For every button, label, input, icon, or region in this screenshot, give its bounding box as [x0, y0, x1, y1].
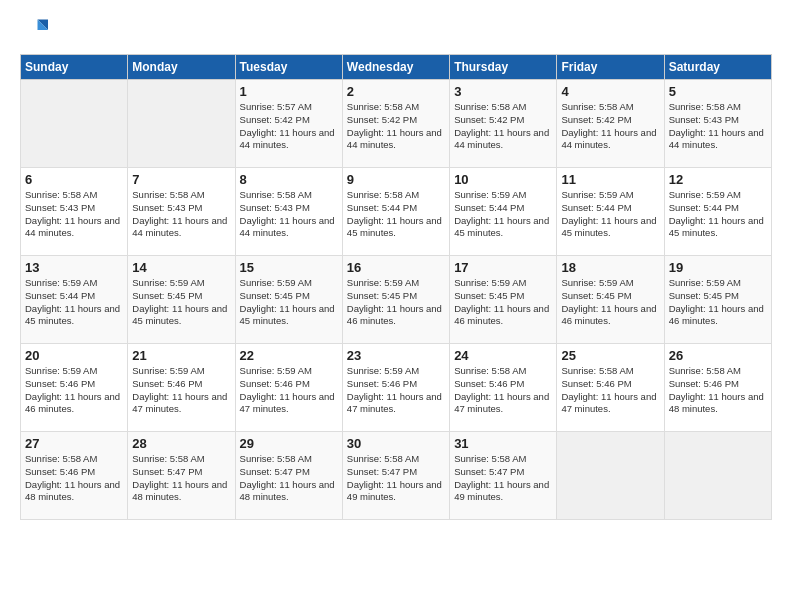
day-info: Sunrise: 5:59 AM Sunset: 5:45 PM Dayligh…	[561, 277, 659, 328]
calendar: SundayMondayTuesdayWednesdayThursdayFrid…	[20, 54, 772, 520]
day-info: Sunrise: 5:58 AM Sunset: 5:44 PM Dayligh…	[347, 189, 445, 240]
day-number: 10	[454, 172, 552, 187]
day-cell: 14Sunrise: 5:59 AM Sunset: 5:45 PM Dayli…	[128, 256, 235, 344]
page: SundayMondayTuesdayWednesdayThursdayFrid…	[0, 0, 792, 612]
day-info: Sunrise: 5:58 AM Sunset: 5:43 PM Dayligh…	[669, 101, 767, 152]
day-cell: 7Sunrise: 5:58 AM Sunset: 5:43 PM Daylig…	[128, 168, 235, 256]
day-number: 20	[25, 348, 123, 363]
day-number: 16	[347, 260, 445, 275]
day-cell: 26Sunrise: 5:58 AM Sunset: 5:46 PM Dayli…	[664, 344, 771, 432]
header-row: SundayMondayTuesdayWednesdayThursdayFrid…	[21, 55, 772, 80]
day-info: Sunrise: 5:58 AM Sunset: 5:43 PM Dayligh…	[240, 189, 338, 240]
day-info: Sunrise: 5:59 AM Sunset: 5:44 PM Dayligh…	[454, 189, 552, 240]
week-row-1: 1Sunrise: 5:57 AM Sunset: 5:42 PM Daylig…	[21, 80, 772, 168]
day-info: Sunrise: 5:58 AM Sunset: 5:47 PM Dayligh…	[132, 453, 230, 504]
day-info: Sunrise: 5:59 AM Sunset: 5:46 PM Dayligh…	[240, 365, 338, 416]
day-cell: 8Sunrise: 5:58 AM Sunset: 5:43 PM Daylig…	[235, 168, 342, 256]
day-cell: 30Sunrise: 5:58 AM Sunset: 5:47 PM Dayli…	[342, 432, 449, 520]
day-cell: 17Sunrise: 5:59 AM Sunset: 5:45 PM Dayli…	[450, 256, 557, 344]
day-number: 7	[132, 172, 230, 187]
day-cell: 5Sunrise: 5:58 AM Sunset: 5:43 PM Daylig…	[664, 80, 771, 168]
day-cell: 11Sunrise: 5:59 AM Sunset: 5:44 PM Dayli…	[557, 168, 664, 256]
day-number: 17	[454, 260, 552, 275]
day-cell: 18Sunrise: 5:59 AM Sunset: 5:45 PM Dayli…	[557, 256, 664, 344]
column-header-tuesday: Tuesday	[235, 55, 342, 80]
day-info: Sunrise: 5:58 AM Sunset: 5:42 PM Dayligh…	[454, 101, 552, 152]
day-info: Sunrise: 5:59 AM Sunset: 5:45 PM Dayligh…	[347, 277, 445, 328]
day-cell	[128, 80, 235, 168]
day-number: 11	[561, 172, 659, 187]
logo	[20, 16, 52, 44]
column-header-saturday: Saturday	[664, 55, 771, 80]
day-info: Sunrise: 5:58 AM Sunset: 5:47 PM Dayligh…	[454, 453, 552, 504]
day-cell: 13Sunrise: 5:59 AM Sunset: 5:44 PM Dayli…	[21, 256, 128, 344]
week-row-3: 13Sunrise: 5:59 AM Sunset: 5:44 PM Dayli…	[21, 256, 772, 344]
day-cell: 9Sunrise: 5:58 AM Sunset: 5:44 PM Daylig…	[342, 168, 449, 256]
day-number: 19	[669, 260, 767, 275]
day-number: 28	[132, 436, 230, 451]
day-cell: 20Sunrise: 5:59 AM Sunset: 5:46 PM Dayli…	[21, 344, 128, 432]
day-info: Sunrise: 5:58 AM Sunset: 5:42 PM Dayligh…	[347, 101, 445, 152]
day-cell	[21, 80, 128, 168]
day-number: 27	[25, 436, 123, 451]
day-info: Sunrise: 5:58 AM Sunset: 5:46 PM Dayligh…	[25, 453, 123, 504]
day-info: Sunrise: 5:59 AM Sunset: 5:46 PM Dayligh…	[25, 365, 123, 416]
day-info: Sunrise: 5:58 AM Sunset: 5:42 PM Dayligh…	[561, 101, 659, 152]
week-row-5: 27Sunrise: 5:58 AM Sunset: 5:46 PM Dayli…	[21, 432, 772, 520]
day-cell: 12Sunrise: 5:59 AM Sunset: 5:44 PM Dayli…	[664, 168, 771, 256]
column-header-monday: Monday	[128, 55, 235, 80]
day-info: Sunrise: 5:58 AM Sunset: 5:47 PM Dayligh…	[347, 453, 445, 504]
day-number: 30	[347, 436, 445, 451]
calendar-header: SundayMondayTuesdayWednesdayThursdayFrid…	[21, 55, 772, 80]
day-cell: 21Sunrise: 5:59 AM Sunset: 5:46 PM Dayli…	[128, 344, 235, 432]
day-cell: 3Sunrise: 5:58 AM Sunset: 5:42 PM Daylig…	[450, 80, 557, 168]
day-number: 21	[132, 348, 230, 363]
day-info: Sunrise: 5:59 AM Sunset: 5:45 PM Dayligh…	[669, 277, 767, 328]
day-cell: 16Sunrise: 5:59 AM Sunset: 5:45 PM Dayli…	[342, 256, 449, 344]
day-cell: 6Sunrise: 5:58 AM Sunset: 5:43 PM Daylig…	[21, 168, 128, 256]
day-cell: 10Sunrise: 5:59 AM Sunset: 5:44 PM Dayli…	[450, 168, 557, 256]
day-number: 29	[240, 436, 338, 451]
day-info: Sunrise: 5:58 AM Sunset: 5:47 PM Dayligh…	[240, 453, 338, 504]
column-header-thursday: Thursday	[450, 55, 557, 80]
calendar-body: 1Sunrise: 5:57 AM Sunset: 5:42 PM Daylig…	[21, 80, 772, 520]
column-header-friday: Friday	[557, 55, 664, 80]
week-row-4: 20Sunrise: 5:59 AM Sunset: 5:46 PM Dayli…	[21, 344, 772, 432]
day-cell: 31Sunrise: 5:58 AM Sunset: 5:47 PM Dayli…	[450, 432, 557, 520]
day-info: Sunrise: 5:58 AM Sunset: 5:46 PM Dayligh…	[454, 365, 552, 416]
day-cell: 24Sunrise: 5:58 AM Sunset: 5:46 PM Dayli…	[450, 344, 557, 432]
day-info: Sunrise: 5:59 AM Sunset: 5:46 PM Dayligh…	[132, 365, 230, 416]
day-number: 3	[454, 84, 552, 99]
day-number: 4	[561, 84, 659, 99]
day-cell: 25Sunrise: 5:58 AM Sunset: 5:46 PM Dayli…	[557, 344, 664, 432]
day-number: 9	[347, 172, 445, 187]
day-info: Sunrise: 5:59 AM Sunset: 5:44 PM Dayligh…	[25, 277, 123, 328]
day-info: Sunrise: 5:58 AM Sunset: 5:43 PM Dayligh…	[25, 189, 123, 240]
day-info: Sunrise: 5:59 AM Sunset: 5:44 PM Dayligh…	[669, 189, 767, 240]
day-number: 8	[240, 172, 338, 187]
day-info: Sunrise: 5:58 AM Sunset: 5:46 PM Dayligh…	[669, 365, 767, 416]
day-number: 25	[561, 348, 659, 363]
day-number: 22	[240, 348, 338, 363]
day-info: Sunrise: 5:59 AM Sunset: 5:45 PM Dayligh…	[132, 277, 230, 328]
day-info: Sunrise: 5:58 AM Sunset: 5:46 PM Dayligh…	[561, 365, 659, 416]
day-cell	[664, 432, 771, 520]
header	[20, 16, 772, 44]
day-cell: 29Sunrise: 5:58 AM Sunset: 5:47 PM Dayli…	[235, 432, 342, 520]
day-number: 24	[454, 348, 552, 363]
day-number: 1	[240, 84, 338, 99]
day-number: 6	[25, 172, 123, 187]
day-cell: 1Sunrise: 5:57 AM Sunset: 5:42 PM Daylig…	[235, 80, 342, 168]
day-number: 12	[669, 172, 767, 187]
day-number: 26	[669, 348, 767, 363]
day-cell: 2Sunrise: 5:58 AM Sunset: 5:42 PM Daylig…	[342, 80, 449, 168]
day-number: 13	[25, 260, 123, 275]
week-row-2: 6Sunrise: 5:58 AM Sunset: 5:43 PM Daylig…	[21, 168, 772, 256]
day-cell: 27Sunrise: 5:58 AM Sunset: 5:46 PM Dayli…	[21, 432, 128, 520]
day-cell: 28Sunrise: 5:58 AM Sunset: 5:47 PM Dayli…	[128, 432, 235, 520]
day-cell: 22Sunrise: 5:59 AM Sunset: 5:46 PM Dayli…	[235, 344, 342, 432]
day-number: 5	[669, 84, 767, 99]
column-header-wednesday: Wednesday	[342, 55, 449, 80]
day-info: Sunrise: 5:57 AM Sunset: 5:42 PM Dayligh…	[240, 101, 338, 152]
day-info: Sunrise: 5:58 AM Sunset: 5:43 PM Dayligh…	[132, 189, 230, 240]
